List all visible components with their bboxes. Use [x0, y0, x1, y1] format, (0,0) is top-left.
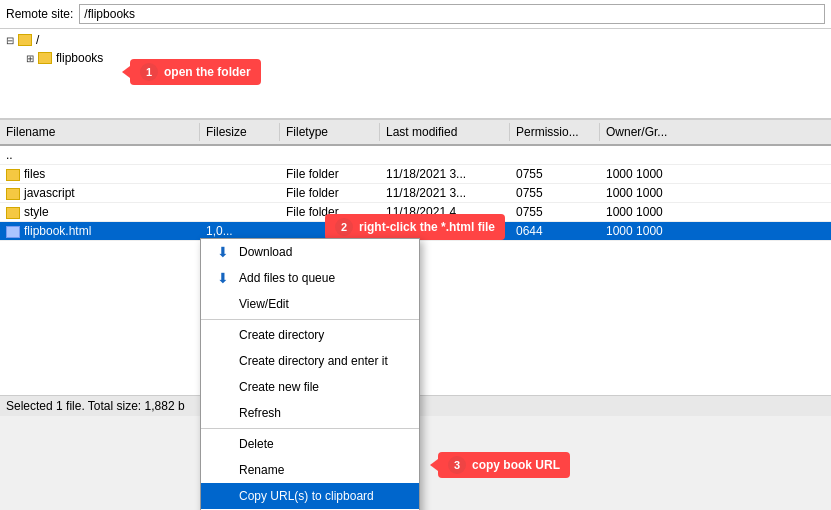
copy-url-icon	[215, 488, 231, 504]
ctx-refresh[interactable]: Refresh	[201, 400, 419, 426]
ctx-download[interactable]: ⬇ Download	[201, 239, 419, 265]
cell-type	[280, 153, 380, 157]
cell-owner: 1000 1000	[600, 222, 831, 240]
step2-badge: 2	[335, 218, 353, 236]
header-modified[interactable]: Last modified	[380, 123, 510, 141]
cell-perms	[510, 153, 600, 157]
ctx-create-file[interactable]: Create new file	[201, 374, 419, 400]
remote-path-input[interactable]	[79, 4, 825, 24]
ctx-label: Rename	[239, 463, 284, 477]
ctx-label: Download	[239, 245, 292, 259]
cell-perms: 0755	[510, 203, 600, 221]
callout2-text: right-click the *.html file	[359, 220, 495, 234]
cell-type: File folder	[280, 165, 380, 183]
create-dir-enter-icon	[215, 353, 231, 369]
create-dir-icon	[215, 327, 231, 343]
cell-perms: 0755	[510, 184, 600, 202]
ctx-label: Create new file	[239, 380, 319, 394]
file-table-header: Filename Filesize Filetype Last modified…	[0, 120, 831, 146]
tree-panel: ⊟ / ⊞ flipbooks 1 open the folder	[0, 29, 831, 119]
context-menu: ⬇ Download ⬇ Add files to queue View/Edi…	[200, 238, 420, 510]
cell-owner	[600, 153, 831, 157]
refresh-icon	[215, 405, 231, 421]
cell-name: flipbook.html	[0, 222, 200, 240]
ctx-divider2	[201, 428, 419, 429]
ctx-delete[interactable]: Delete	[201, 431, 419, 457]
cell-owner: 1000 1000	[600, 165, 831, 183]
cell-size	[200, 153, 280, 157]
ctx-create-dir-enter[interactable]: Create directory and enter it	[201, 348, 419, 374]
download-icon: ⬇	[215, 244, 231, 260]
callout1-text: open the folder	[164, 65, 251, 79]
ctx-add-queue[interactable]: ⬇ Add files to queue	[201, 265, 419, 291]
ctx-divider1	[201, 319, 419, 320]
step3-badge: 3	[448, 456, 466, 474]
ctx-view-edit[interactable]: View/Edit	[201, 291, 419, 317]
root-label: /	[36, 33, 39, 47]
cell-size	[200, 172, 280, 176]
ctx-rename[interactable]: Rename	[201, 457, 419, 483]
cell-owner: 1000 1000	[600, 203, 831, 221]
create-file-icon	[215, 379, 231, 395]
header-filesize[interactable]: Filesize	[200, 123, 280, 141]
cell-owner: 1000 1000	[600, 184, 831, 202]
cell-name: style	[0, 203, 200, 221]
ctx-label: Delete	[239, 437, 274, 451]
cell-name: ..	[0, 146, 200, 164]
header-filename[interactable]: Filename	[0, 123, 200, 141]
ctx-label: Create directory	[239, 328, 324, 342]
ctx-label: Refresh	[239, 406, 281, 420]
step1-badge: 1	[140, 63, 158, 81]
ctx-copy-url[interactable]: Copy URL(s) to clipboard	[201, 483, 419, 509]
expand-icon[interactable]: ⊟	[6, 35, 14, 46]
cell-perms: 0644	[510, 222, 600, 240]
child-folder-icon	[38, 52, 52, 64]
cell-type: File folder	[280, 184, 380, 202]
child-expand-icon[interactable]: ⊞	[26, 53, 34, 64]
callout3-text: copy book URL	[472, 458, 560, 472]
table-row[interactable]: ..	[0, 146, 831, 165]
header-perms[interactable]: Permissio...	[510, 123, 600, 141]
cell-perms: 0755	[510, 165, 600, 183]
callout-step3: 3 copy book URL	[438, 452, 570, 478]
root-folder-icon	[18, 34, 32, 46]
cell-name: files	[0, 165, 200, 183]
tree-root: ⊟ /	[6, 33, 825, 47]
table-row[interactable]: javascript File folder 11/18/2021 3... 0…	[0, 184, 831, 203]
table-row[interactable]: files File folder 11/18/2021 3... 0755 1…	[0, 165, 831, 184]
queue-icon: ⬇	[215, 270, 231, 286]
header-filetype[interactable]: Filetype	[280, 123, 380, 141]
child-label: flipbooks	[56, 51, 103, 65]
rename-icon	[215, 462, 231, 478]
cell-name: javascript	[0, 184, 200, 202]
cell-modified: 11/18/2021 3...	[380, 165, 510, 183]
cell-size	[200, 191, 280, 195]
header-owner[interactable]: Owner/Gr...	[600, 123, 831, 141]
ctx-create-dir[interactable]: Create directory	[201, 322, 419, 348]
ctx-label: Add files to queue	[239, 271, 335, 285]
callout-step1: 1 open the folder	[130, 59, 261, 85]
cell-size	[200, 210, 280, 214]
remote-label: Remote site:	[6, 7, 73, 21]
ctx-label: Create directory and enter it	[239, 354, 388, 368]
remote-bar: Remote site:	[0, 0, 831, 29]
status-text: Selected 1 file. Total size: 1,882 b	[6, 399, 185, 413]
ctx-label: Copy URL(s) to clipboard	[239, 489, 374, 503]
view-edit-icon	[215, 296, 231, 312]
cell-modified: 11/18/2021 3...	[380, 184, 510, 202]
callout-step2: 2 right-click the *.html file	[325, 214, 505, 240]
ctx-label: View/Edit	[239, 297, 289, 311]
cell-modified	[380, 153, 510, 157]
delete-icon	[215, 436, 231, 452]
